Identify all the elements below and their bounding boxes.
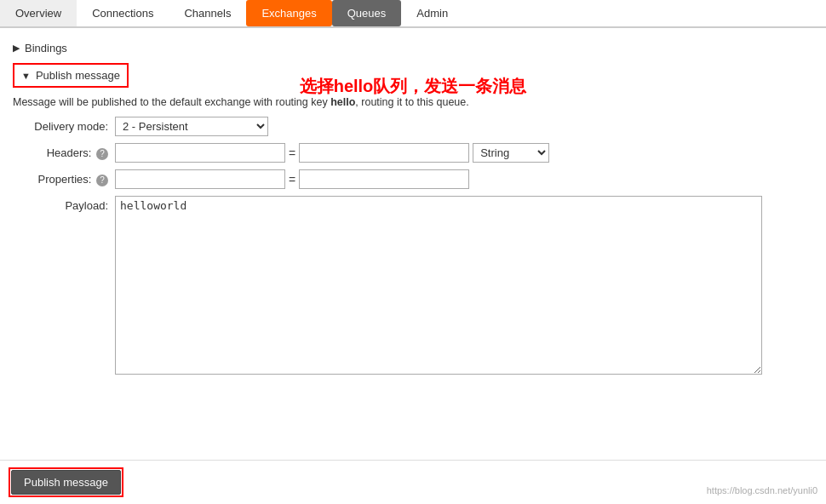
payload-textarea[interactable]: helloworld bbox=[115, 196, 762, 375]
bindings-arrow: ▶ bbox=[13, 43, 20, 54]
headers-type-select[interactable]: String Number Boolean bbox=[473, 143, 549, 163]
nav-exchanges[interactable]: Exchanges bbox=[246, 0, 331, 26]
bottom-bar: Publish message https://blog.csdn.net/yu… bbox=[0, 460, 826, 504]
publish-form: Message will be published to the default… bbox=[13, 89, 813, 381]
publish-arrow: ▼ bbox=[21, 71, 31, 81]
delivery-mode-select[interactable]: 1 - Non-persistent 2 - Persistent bbox=[115, 117, 268, 136]
properties-label: Properties: ? bbox=[13, 173, 115, 186]
routing-key: hello bbox=[330, 96, 355, 108]
main-nav: Overview Connections Channels Exchanges … bbox=[0, 0, 826, 28]
bindings-label: Bindings bbox=[25, 42, 67, 54]
nav-queues[interactable]: Queues bbox=[332, 0, 402, 26]
nav-overview[interactable]: Overview bbox=[0, 0, 77, 26]
publish-message-section: ▼ Publish message bbox=[13, 63, 129, 88]
properties-equals: = bbox=[289, 173, 295, 186]
bindings-section-header[interactable]: ▶ Bindings bbox=[13, 37, 813, 60]
watermark: https://blog.csdn.net/yunli0 bbox=[707, 485, 817, 495]
nav-channels[interactable]: Channels bbox=[169, 0, 246, 26]
publish-message-button[interactable]: Publish message bbox=[11, 470, 121, 495]
nav-connections[interactable]: Connections bbox=[77, 0, 169, 26]
nav-admin[interactable]: Admin bbox=[401, 0, 463, 26]
headers-key-input[interactable] bbox=[115, 143, 285, 163]
properties-value-input[interactable] bbox=[299, 169, 469, 189]
delivery-mode-label: Delivery mode: bbox=[13, 120, 115, 133]
main-content: 选择hello队列，发送一条消息 ▶ Bindings ▼ Publish me… bbox=[0, 28, 826, 390]
headers-equals: = bbox=[289, 146, 295, 160]
publish-section-label: Publish message bbox=[36, 69, 120, 82]
description-suffix: , routing it to this queue. bbox=[355, 96, 468, 108]
publish-btn-wrapper: Publish message bbox=[9, 467, 123, 497]
headers-row: Headers: ? = String Number Boolean bbox=[13, 143, 813, 163]
form-description: Message will be published to the default… bbox=[13, 96, 813, 108]
headers-value-input[interactable] bbox=[299, 143, 469, 163]
headers-help-icon[interactable]: ? bbox=[96, 148, 108, 160]
headers-label: Headers: ? bbox=[13, 146, 115, 160]
payload-label: Payload: bbox=[13, 196, 115, 212]
properties-key-input[interactable] bbox=[115, 169, 285, 189]
properties-help-icon[interactable]: ? bbox=[96, 175, 108, 186]
publish-section-header[interactable]: ▼ Publish message bbox=[14, 65, 127, 86]
properties-row: Properties: ? = bbox=[13, 169, 813, 189]
delivery-mode-row: Delivery mode: 1 - Non-persistent 2 - Pe… bbox=[13, 117, 813, 136]
description-prefix: Message will be published to the default… bbox=[13, 96, 330, 108]
payload-row: Payload: helloworld bbox=[13, 196, 813, 375]
